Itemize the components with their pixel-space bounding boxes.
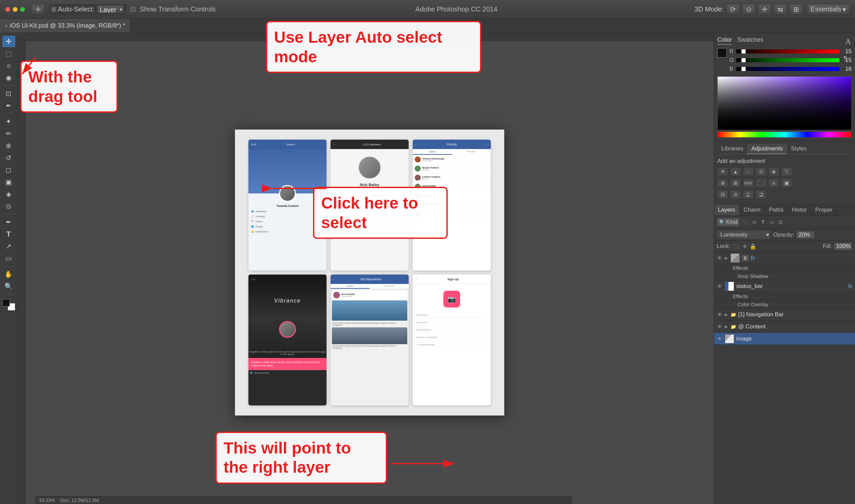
adjustments-tab[interactable]: Adjustments (747, 144, 787, 154)
colbal-adj-btn[interactable]: ⊞ (730, 179, 741, 187)
shape-filter-btn[interactable]: ▭ (768, 218, 776, 226)
path-select-tool[interactable]: ↗ (2, 240, 15, 252)
blur-tool[interactable]: ◈ (2, 188, 15, 200)
posterize-adj-btn[interactable]: ⊟ (717, 190, 728, 199)
red-slider-thumb[interactable] (741, 50, 746, 54)
layer-dropdown[interactable]: Layer (96, 5, 124, 14)
dodge-tool[interactable]: ⊙ (2, 200, 15, 212)
vibrance-adj-btn[interactable]: ◈ (768, 167, 779, 176)
color-spectrum-bar[interactable] (717, 131, 852, 138)
channels-tab[interactable]: Chann (740, 204, 765, 215)
hand-tool[interactable]: ✋ (2, 269, 15, 280)
libraries-tab[interactable]: Libraries (717, 144, 747, 154)
levels-adj-btn[interactable]: ▲ (730, 167, 741, 176)
color-tab[interactable]: Color (717, 36, 732, 45)
healing-tool[interactable]: ✦ (2, 116, 15, 127)
tab-close-icon[interactable]: × (5, 23, 8, 29)
color-gradient-picker[interactable] (717, 76, 852, 130)
green-slider-thumb[interactable] (741, 58, 746, 62)
nav-bar-layer-row[interactable]: 👁 ▶ 📁 [1] Navigation Bar (714, 308, 855, 321)
styles-tab[interactable]: Styles (787, 144, 811, 154)
document-tab[interactable]: × iOS UI-Kit.psd @ 33.3% (image, RGB/8*)… (0, 19, 130, 33)
email-field[interactable]: Email Address (416, 328, 487, 332)
move-tool[interactable]: ✛ (2, 36, 15, 47)
clone-tool[interactable]: ⊕ (2, 140, 15, 151)
threshold-adj-btn[interactable]: ⊑ (743, 190, 754, 199)
password-field[interactable]: Choose a Password (416, 335, 487, 340)
p5-latest-tab[interactable]: LATEST (331, 284, 370, 289)
three-d-rotate-btn[interactable]: ⟳ (726, 4, 740, 15)
quick-select-tool[interactable]: ◉ (2, 72, 15, 84)
first-name-field[interactable]: First Name (416, 313, 487, 318)
fullscreen-button[interactable] (20, 7, 25, 12)
layer-row-6[interactable]: 👁 ▶ 6 fx (714, 252, 855, 264)
p3-favorites-tab[interactable]: Favorites (452, 149, 491, 155)
properties-tab[interactable]: Proper (811, 204, 837, 215)
move-tool-button[interactable]: ✛ (32, 4, 45, 15)
gradient-tool[interactable]: ▣ (2, 176, 15, 188)
blend-mode-dropdown[interactable]: Luminosity (717, 230, 770, 239)
lock-position-btn[interactable]: ✛ (743, 243, 747, 250)
history-brush-tool[interactable]: ↺ (2, 152, 15, 163)
smart-filter-btn[interactable]: ⊡ (777, 218, 784, 226)
close-button[interactable] (5, 7, 10, 12)
transform-controls-checkbox[interactable] (130, 7, 135, 12)
opacity-value[interactable]: 20% (796, 231, 815, 239)
lock-all-btn[interactable]: 🔒 (750, 243, 756, 250)
auto-select-checkbox-label[interactable]: Auto-Select: (52, 5, 94, 13)
zoom-tool[interactable]: 🔍 (2, 281, 15, 292)
content-layer-row[interactable]: 👁 ▶ 📁 @ Content (714, 321, 855, 333)
image-visibility[interactable]: 👁 (717, 336, 723, 342)
photo-filter-adj-btn[interactable]: ⬛ (756, 179, 766, 187)
exposure-adj-btn[interactable]: ⊙ (756, 167, 766, 176)
gradient-map-adj-btn[interactable]: ▣ (781, 179, 792, 187)
minimize-button[interactable] (13, 7, 18, 12)
drop-shadow-row[interactable]: Drop Shadow (714, 272, 855, 280)
bw-adj-btn[interactable]: B&W (743, 179, 754, 187)
p5-favorites-tab[interactable]: FAVORITES (370, 284, 409, 289)
p6-camera-btn[interactable]: 📷 (443, 291, 460, 307)
layer-6-expand[interactable]: ▶ (725, 256, 728, 260)
green-slider-track[interactable] (736, 58, 839, 62)
crop-tool[interactable]: ⊡ (2, 88, 15, 99)
filter-adj-btn[interactable]: ▽ (781, 167, 792, 176)
last-name-field[interactable]: Last Name (416, 320, 487, 325)
p3-labels-tab[interactable]: Labels (413, 149, 452, 155)
blue-slider-track[interactable] (736, 67, 839, 71)
selection-tool[interactable]: ⬚ (2, 48, 15, 59)
curves-adj-btn[interactable]: ~ (743, 167, 754, 176)
red-slider-track[interactable] (736, 50, 839, 54)
three-d-pan-btn[interactable]: ✛ (758, 4, 771, 15)
invert-adj-btn[interactable]: ⊘ (730, 190, 741, 199)
eraser-tool[interactable]: ◻ (2, 164, 15, 176)
auto-select-checkbox[interactable] (52, 7, 56, 12)
color-swatches[interactable] (2, 299, 15, 310)
eyedropper-tool[interactable]: ✒ (2, 100, 15, 111)
selective-adj-btn[interactable]: ⊒ (756, 190, 766, 199)
swatches-tab[interactable]: Swatches (737, 36, 763, 45)
nav-bar-expand[interactable]: ▶ (725, 312, 728, 317)
nav-bar-visibility[interactable]: 👁 (717, 311, 723, 318)
three-d-slide-btn[interactable]: ⇆ (774, 4, 787, 15)
shape-tool[interactable]: ▭ (2, 253, 15, 264)
essentials-button[interactable]: Essentials ▾ (807, 4, 850, 15)
status-bar-visibility[interactable]: 👁 (717, 283, 723, 289)
channel-mix-adj-btn[interactable]: ≡ (768, 179, 779, 187)
blue-slider-thumb[interactable] (741, 67, 746, 71)
text-tool[interactable]: T (2, 229, 15, 240)
fill-value[interactable]: 100% (834, 242, 852, 250)
phone-field[interactable]: +1 Phone Number (416, 342, 487, 347)
image-layer-row[interactable]: 👁 image (714, 333, 855, 345)
paths-tab[interactable]: Paths (765, 204, 788, 215)
text-filter-btn[interactable]: T (760, 218, 767, 226)
layers-tab[interactable]: Layers (714, 204, 740, 215)
lock-pixel-btn[interactable]: ⬛ (733, 243, 740, 250)
history-tab[interactable]: Histor (788, 204, 811, 215)
three-d-orbit-btn[interactable]: ⊙ (742, 4, 755, 15)
color-preview-swatch[interactable] (717, 48, 727, 57)
content-expand[interactable]: ▶ (725, 324, 728, 329)
transform-controls-wrap[interactable]: Show Transform Controls (130, 5, 218, 13)
status-bar-layer-row[interactable]: 👁 status_bar fx (714, 280, 855, 292)
layer-6-visibility[interactable]: 👁 (717, 255, 723, 261)
pixel-filter-btn[interactable]: ⬛ (742, 218, 749, 226)
